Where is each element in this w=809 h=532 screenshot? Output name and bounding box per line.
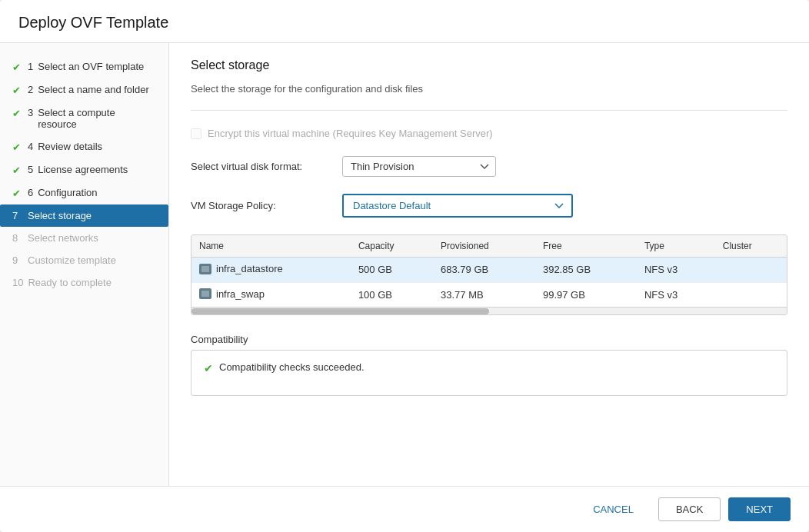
- sidebar-step2-num: 2: [28, 84, 33, 95]
- col-name: Name: [191, 235, 351, 258]
- row1-cluster: [715, 258, 787, 283]
- compatibility-message: Compatibility checks succeeded.: [219, 361, 365, 373]
- sidebar-step9-num: 9: [12, 254, 23, 266]
- sidebar-step6-text: Configuration: [38, 187, 97, 198]
- datastore-table: Name Capacity Provisioned Free Type Clus…: [191, 235, 787, 307]
- sidebar-step10-num: 10: [12, 277, 23, 288]
- row2-name: infra_swap: [191, 282, 351, 307]
- sidebar-step4-num: 4: [28, 141, 33, 152]
- col-cluster: Cluster: [715, 235, 787, 258]
- col-capacity: Capacity: [351, 235, 433, 258]
- row1-type: NFS v3: [637, 258, 715, 283]
- disk-format-row: Select virtual disk format: Thin Provisi…: [191, 156, 787, 177]
- sidebar-step2-text: Select a name and folder: [38, 84, 149, 95]
- sidebar-item-step1[interactable]: ✔ 1 Select an OVF template: [0, 55, 168, 78]
- storage-policy-select[interactable]: Datastore Default: [342, 194, 573, 218]
- disk-format-select[interactable]: Thin Provision: [342, 156, 496, 177]
- col-free: Free: [535, 235, 637, 258]
- table-header-row: Name Capacity Provisioned Free Type Clus…: [191, 235, 787, 258]
- sidebar-item-step7[interactable]: 7 Select storage: [0, 204, 168, 227]
- disk-format-label: Select virtual disk format:: [191, 161, 333, 172]
- section-title: Select storage: [191, 58, 787, 72]
- row2-capacity: 100 GB: [351, 282, 433, 307]
- compatibility-box: ✔ Compatibility checks succeeded.: [191, 350, 787, 396]
- row1-name: infra_datastore: [191, 258, 351, 283]
- sidebar-item-step6[interactable]: ✔ 6 Configuration: [0, 181, 168, 204]
- check-icon-step3: ✔: [12, 108, 23, 119]
- sidebar-step7-num: 7: [12, 210, 23, 221]
- compatibility-title: Compatibility: [191, 334, 787, 345]
- modal-title: Deploy OVF Template: [0, 0, 809, 43]
- datastore-icon-1: infra_datastore: [199, 263, 283, 274]
- col-provisioned: Provisioned: [433, 235, 535, 258]
- storage-policy-row: VM Storage Policy: Datastore Default: [191, 194, 787, 218]
- sidebar-item-step5[interactable]: ✔ 5 License agreements: [0, 158, 168, 181]
- cylinder-icon-2: [199, 288, 211, 299]
- storage-policy-label: VM Storage Policy:: [191, 200, 333, 211]
- table-scrollbar[interactable]: [191, 307, 787, 314]
- encrypt-label: Encrypt this virtual machine (Requires K…: [208, 128, 493, 139]
- check-icon-step6: ✔: [12, 188, 23, 199]
- row1-free: 392.85 GB: [535, 258, 637, 283]
- sidebar-item-step8: 8 Select networks: [0, 227, 168, 249]
- compatibility-section: Compatibility ✔ Compatibility checks suc…: [191, 334, 787, 396]
- sidebar-step5-num: 5: [28, 164, 33, 175]
- table-row[interactable]: infra_swap 100 GB 33.77 MB 99.97 GB NFS …: [191, 282, 787, 307]
- col-type: Type: [637, 235, 715, 258]
- table-row[interactable]: infra_datastore 500 GB 683.79 GB 392.85 …: [191, 258, 787, 283]
- next-button[interactable]: NEXT: [728, 497, 791, 521]
- compat-check-icon: ✔: [204, 362, 213, 374]
- datastore-table-container: Name Capacity Provisioned Free Type Clus…: [191, 234, 787, 315]
- sidebar-step4-text: Review details: [38, 141, 102, 152]
- sidebar-item-step3[interactable]: ✔ 3 Select a compute resource: [0, 101, 168, 135]
- datastore-icon-2: infra_swap: [199, 288, 265, 300]
- row2-provisioned: 33.77 MB: [433, 282, 535, 307]
- sidebar-step10-text: Ready to complete: [28, 277, 111, 288]
- modal-footer: CANCEL BACK NEXT: [0, 486, 809, 532]
- sidebar-step1-text: Select an OVF template: [38, 61, 144, 72]
- row2-cluster: [715, 282, 787, 307]
- modal-body: ✔ 1 Select an OVF template ✔ 2 Select a …: [0, 43, 809, 486]
- sidebar-step8-num: 8: [12, 232, 23, 244]
- sidebar: ✔ 1 Select an OVF template ✔ 2 Select a …: [0, 43, 169, 486]
- row2-free: 99.97 GB: [535, 282, 637, 307]
- encrypt-row: Encrypt this virtual machine (Requires K…: [191, 128, 787, 139]
- check-icon-step2: ✔: [12, 85, 23, 96]
- table-scroll-thumb: [191, 308, 489, 314]
- sidebar-step3-text: Select a compute resource: [38, 107, 156, 130]
- sidebar-item-step2[interactable]: ✔ 2 Select a name and folder: [0, 78, 168, 101]
- sidebar-step8-text: Select networks: [28, 232, 98, 244]
- cancel-button[interactable]: CANCEL: [576, 498, 651, 520]
- sidebar-step1-label: 1: [28, 61, 33, 72]
- sidebar-item-step10: 10 Ready to complete: [0, 271, 168, 294]
- check-icon-step4: ✔: [12, 141, 23, 153]
- sidebar-step6-num: 6: [28, 187, 33, 198]
- row1-provisioned: 683.79 GB: [433, 258, 535, 283]
- sidebar-step7-text: Select storage: [28, 210, 92, 221]
- sidebar-item-step4[interactable]: ✔ 4 Review details: [0, 135, 168, 158]
- deploy-ovf-modal: Deploy OVF Template ✔ 1 Select an OVF te…: [0, 0, 809, 532]
- row1-capacity: 500 GB: [351, 258, 433, 283]
- check-icon-step5: ✔: [12, 165, 23, 176]
- sidebar-step3-num: 3: [28, 107, 33, 118]
- back-button[interactable]: BACK: [658, 497, 721, 521]
- cylinder-icon-1: [199, 264, 211, 274]
- title-divider: [191, 110, 787, 111]
- sidebar-item-step9: 9 Customize template: [0, 249, 168, 271]
- section-subtitle: Select the storage for the configuration…: [191, 83, 787, 95]
- check-icon-step1: ✔: [12, 62, 23, 73]
- sidebar-step9-text: Customize template: [28, 254, 116, 266]
- main-content: Select storage Select the storage for th…: [169, 43, 809, 486]
- encrypt-checkbox[interactable]: [191, 128, 201, 139]
- sidebar-step5-text: License agreements: [38, 164, 128, 175]
- row2-type: NFS v3: [637, 282, 715, 307]
